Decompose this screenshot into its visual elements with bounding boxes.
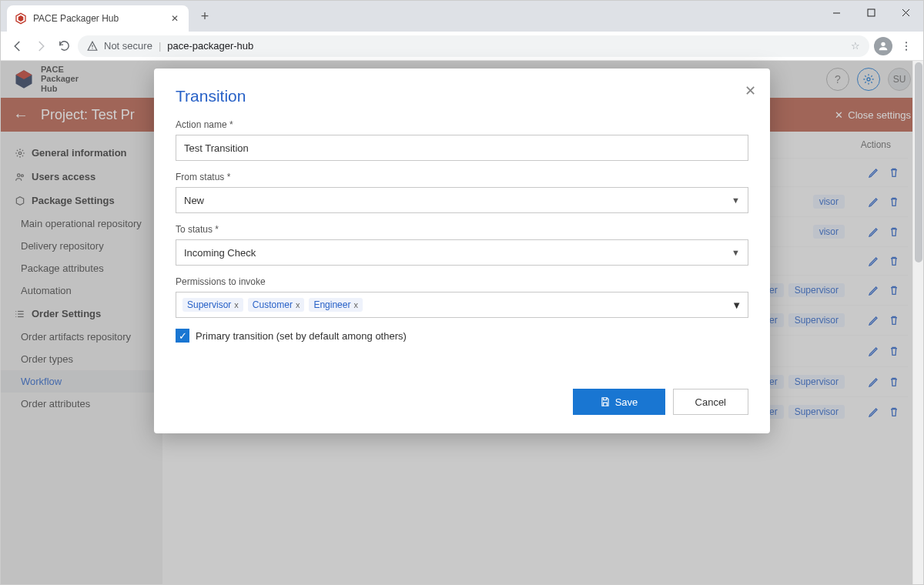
cancel-label: Cancel (695, 396, 726, 408)
save-icon (600, 396, 611, 407)
nav-forward (32, 37, 50, 55)
permission-tag[interactable]: Supervisorx (182, 298, 243, 312)
svg-point-11 (906, 48, 907, 50)
permission-tag[interactable]: Customerx (248, 298, 305, 312)
nav-reload[interactable] (55, 37, 73, 55)
primary-transition-checkbox[interactable]: ✓ Primary transition (set by default amo… (176, 329, 748, 343)
modal-overlay: ✕ Transition Action name * From status *… (1, 61, 923, 584)
svg-rect-3 (868, 9, 875, 16)
modal-close-button[interactable]: ✕ (745, 82, 756, 99)
not-secure-label: Not secure (104, 40, 152, 52)
tag-remove-icon[interactable]: x (234, 300, 239, 309)
save-label: Save (615, 396, 638, 408)
warning-icon (87, 41, 98, 52)
permission-tag-label: Engineer (313, 299, 350, 310)
svg-point-7 (92, 48, 92, 48)
bookmark-icon[interactable]: ☆ (851, 40, 860, 52)
nav-back[interactable] (8, 37, 27, 55)
tab-title: PACE Packager Hub (33, 13, 169, 24)
window-close[interactable] (889, 1, 923, 24)
action-name-label: Action name * (176, 119, 748, 130)
save-button[interactable]: Save (573, 389, 665, 415)
primary-transition-label: Primary transition (set by default among… (196, 330, 407, 342)
tag-remove-icon[interactable]: x (353, 300, 358, 309)
separator: | (159, 40, 161, 52)
to-status-value: Incoming Check (184, 247, 256, 259)
profile-avatar[interactable] (874, 37, 892, 55)
modal-title: Transition (176, 87, 748, 105)
scroll-thumb[interactable] (915, 62, 922, 262)
window-maximize[interactable] (854, 1, 889, 24)
address-field[interactable]: Not secure | pace-packager-hub ☆ (78, 35, 869, 57)
permission-tag-label: Supervisor (187, 299, 231, 310)
chevron-down-icon: ▼ (732, 248, 740, 257)
cancel-button[interactable]: Cancel (673, 389, 748, 415)
permissions-label: Permissions to invoke (176, 276, 748, 287)
window-minimize[interactable] (819, 1, 854, 24)
vertical-scrollbar[interactable] (912, 61, 923, 584)
address-bar: Not secure | pace-packager-hub ☆ (1, 32, 923, 61)
kebab-menu[interactable] (897, 37, 916, 55)
permission-tag[interactable]: Engineerx (309, 298, 363, 312)
svg-point-9 (906, 42, 907, 43)
svg-marker-1 (18, 15, 24, 22)
chevron-down-icon: ▼ (732, 196, 740, 205)
new-tab-button[interactable]: + (193, 8, 216, 25)
tab-close-icon[interactable]: ✕ (169, 13, 181, 24)
checkbox-checked-icon: ✓ (176, 329, 189, 343)
permissions-select[interactable]: Supervisorx Customerx Engineerx ▼ (176, 292, 748, 318)
from-status-label: From status * (176, 172, 748, 182)
svg-point-10 (906, 45, 907, 46)
transition-modal: ✕ Transition Action name * From status *… (154, 69, 770, 433)
to-status-label: To status * (176, 224, 748, 235)
browser-tab[interactable]: PACE Packager Hub ✕ (7, 5, 189, 32)
chevron-down-icon: ▼ (732, 299, 742, 311)
action-name-input[interactable] (176, 135, 748, 161)
svg-point-8 (881, 42, 885, 45)
to-status-select[interactable]: Incoming Check ▼ (176, 239, 748, 266)
tag-remove-icon[interactable]: x (296, 300, 300, 309)
browser-titlebar: PACE Packager Hub ✕ + (1, 1, 923, 32)
favicon (15, 12, 27, 25)
permission-tag-label: Customer (253, 299, 293, 310)
url-text: pace-packager-hub (167, 40, 253, 52)
from-status-value: New (184, 195, 204, 206)
from-status-select[interactable]: New ▼ (176, 187, 748, 213)
